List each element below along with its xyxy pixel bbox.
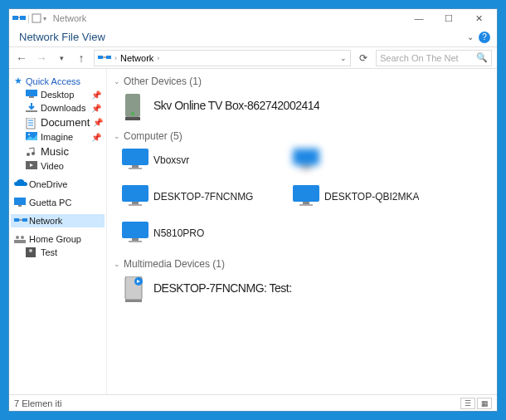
computer-item[interactable]: Vboxsvr (122, 145, 280, 175)
svg-rect-24 (125, 117, 140, 120)
svg-rect-14 (14, 198, 26, 205)
breadcrumb[interactable]: › Network › ⌄ (94, 50, 351, 66)
group-multimedia: ⌄ Multimedia Devices (1) DESKTOP-7FNCNMG… (114, 255, 490, 303)
document-icon (26, 118, 37, 128)
group-header[interactable]: ⌄ Multimedia Devices (1) (114, 255, 490, 273)
svg-rect-33 (132, 202, 139, 204)
svg-rect-30 (303, 165, 309, 168)
recent-caret-icon[interactable]: ▾ (54, 51, 69, 66)
close-button[interactable]: ✕ (464, 9, 494, 27)
monitor-icon (122, 222, 148, 245)
search-icon: 🔍 (476, 52, 488, 63)
sidebar-quick-access[interactable]: ★ Quick Access (11, 74, 105, 88)
tab-network-file-view[interactable]: Network File View (16, 29, 109, 45)
svg-rect-35 (293, 185, 319, 202)
monitor-icon (293, 149, 319, 172)
svg-point-22 (29, 249, 32, 252)
view-icons-button[interactable]: ▦ (477, 398, 492, 409)
svg-rect-7 (26, 110, 37, 112)
ribbon-tab-row: Network File View (16, 29, 109, 45)
svg-rect-1 (20, 16, 26, 20)
downloads-icon (26, 103, 37, 113)
group-other-devices: ⌄ Other Devices (1) Skv Online TV Box-86… (114, 72, 490, 120)
ribbon-expand-icon[interactable]: ⌄ (467, 32, 474, 42)
help-icon[interactable]: ? (479, 32, 490, 43)
maximize-button[interactable]: ☐ (434, 9, 464, 27)
media-device-item[interactable]: DESKTOP-7FNCNMG: Test: (122, 273, 338, 303)
video-icon (26, 161, 37, 171)
search-placeholder: Search On The Net (380, 53, 459, 63)
sidebar-item-label: Test (41, 247, 57, 257)
pin-icon: 📌 (91, 104, 101, 113)
explorer-window: | ▾ Network — ☐ ✕ Network File View ⌄ ? … (8, 8, 498, 412)
svg-rect-15 (18, 205, 22, 207)
computer-item[interactable]: DESKTOP-7FNCNMG (122, 182, 280, 212)
computer-item-redacted[interactable] (293, 145, 450, 175)
search-input[interactable]: Search On The Net 🔍 (376, 50, 492, 66)
svg-rect-27 (132, 165, 139, 168)
svg-rect-39 (132, 238, 139, 241)
svg-rect-43 (125, 300, 142, 302)
svg-point-10 (28, 134, 30, 135)
minimize-button[interactable]: — (404, 9, 434, 27)
network-icon (14, 216, 26, 226)
computer-item[interactable]: DESKTOP-QBI2MKA (293, 182, 450, 212)
sidebar-item-desktop[interactable]: Desktop 📌 (11, 88, 105, 101)
sidebar-item-downloads[interactable]: Downloads 📌 (11, 101, 105, 115)
sidebar-item-thispc[interactable]: Guetta PC (11, 196, 105, 209)
svg-rect-17 (22, 218, 27, 222)
group-header[interactable]: ⌄ Computer (5) (114, 127, 490, 145)
qat-caret-icon[interactable]: ▾ (43, 15, 46, 22)
refresh-button[interactable]: ⟳ (356, 51, 371, 66)
svg-point-25 (131, 112, 134, 115)
svg-rect-20 (14, 240, 26, 243)
item-label: Vboxsvr (153, 154, 189, 166)
sidebar-item-label: Video (41, 161, 64, 171)
group-header-label: Multimedia Devices (1) (124, 258, 225, 270)
sidebar-item-onedrive[interactable]: OneDrive (11, 178, 105, 191)
sidebar-item-pictures[interactable]: Imagine 📌 (11, 130, 105, 144)
svg-point-12 (32, 152, 35, 155)
network-icon (98, 53, 111, 63)
computer-item[interactable]: N5810PRO (122, 218, 280, 248)
sidebar-item-videos[interactable]: Video (11, 159, 105, 173)
breadcrumb-path[interactable]: Network (120, 53, 153, 63)
view-details-button[interactable]: ☰ (460, 398, 475, 409)
device-item[interactable]: Skv Online TV Box-862742002414 (122, 90, 338, 120)
svg-rect-0 (12, 16, 18, 20)
group-computer: ⌄ Computer (5) Vboxsvr DESKTOP-7FNCNMG (114, 127, 490, 248)
chevron-down-icon: ⌄ (114, 132, 120, 140)
monitor-icon (122, 149, 148, 172)
sidebar-item-documents[interactable]: Document 📌 (11, 115, 105, 130)
svg-rect-6 (29, 96, 34, 98)
group-header[interactable]: ⌄ Other Devices (1) (114, 72, 490, 90)
pc-icon (14, 198, 26, 208)
monitor-icon (122, 185, 148, 208)
sidebar-item-music[interactable]: Music (11, 144, 105, 159)
sidebar-item-homegroup[interactable]: Home Group (11, 232, 105, 246)
svg-rect-16 (14, 218, 19, 222)
sidebar-item-test[interactable]: Test (11, 246, 105, 259)
svg-rect-31 (299, 168, 313, 169)
svg-rect-3 (98, 56, 103, 59)
address-dropdown-icon[interactable]: ⌄ (340, 54, 347, 62)
svg-rect-36 (303, 202, 309, 204)
ribbon-tabs: Network File View ⌄ ? (9, 27, 497, 47)
qat-properties-icon[interactable] (32, 13, 41, 23)
sidebar-item-label: Home Group (29, 234, 81, 244)
address-bar-row: ← → ▾ ↑ › Network › ⌄ ⟳ Search On The Ne… (9, 47, 497, 69)
chevron-down-icon: ⌄ (114, 260, 120, 268)
back-button[interactable]: ← (14, 51, 29, 66)
svg-rect-40 (129, 241, 142, 242)
sidebar-item-label: Network (29, 216, 62, 226)
sidebar-item-network[interactable]: Network (11, 214, 105, 227)
content-pane: ⌄ Other Devices (1) Skv Online TV Box-86… (107, 69, 497, 394)
sidebar-item-label: Desktop (41, 90, 74, 100)
up-button[interactable]: ↑ (74, 51, 89, 66)
pin-icon: 📌 (93, 118, 103, 127)
chevron-down-icon: ⌄ (114, 77, 120, 85)
sidebar-item-label: Quick Access (26, 76, 80, 86)
chevron-right-icon: › (157, 54, 159, 62)
forward-button[interactable]: → (34, 51, 49, 66)
music-icon (26, 147, 37, 157)
